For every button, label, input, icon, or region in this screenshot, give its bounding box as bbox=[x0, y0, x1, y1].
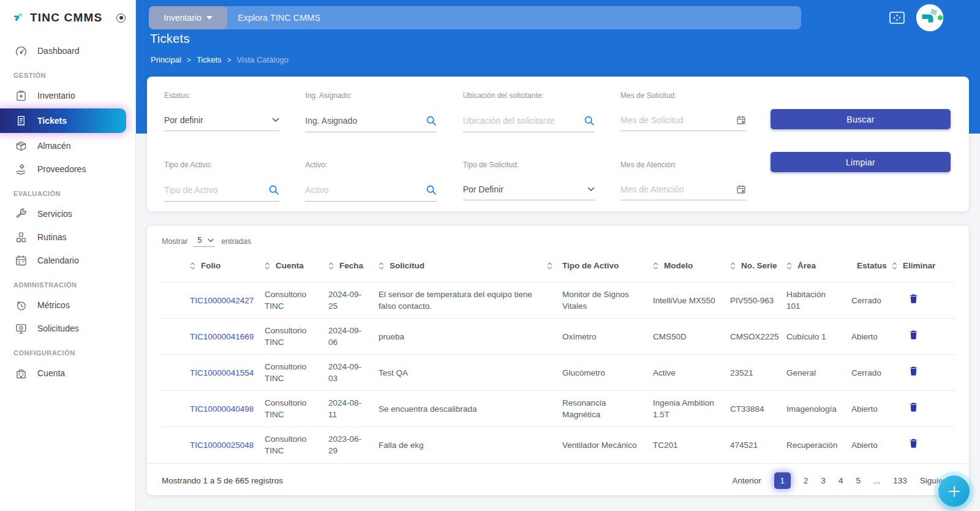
sidebar-toggle-icon[interactable] bbox=[116, 13, 126, 23]
sidebar-item-rutinas[interactable]: Rutinas bbox=[0, 225, 135, 249]
sidebar-item-calendario[interactable]: Calendario bbox=[0, 249, 135, 272]
limpiar-button[interactable]: Limpiar bbox=[771, 152, 951, 172]
col-estatus[interactable]: Estatus bbox=[846, 249, 887, 282]
plus-icon bbox=[948, 485, 961, 498]
fullscreen-icon[interactable] bbox=[889, 12, 905, 24]
delete-button[interactable] bbox=[909, 293, 918, 306]
sidebar-item-label: Calendario bbox=[37, 255, 79, 265]
pagination-page-133[interactable]: 133 bbox=[893, 476, 907, 485]
delete-button[interactable] bbox=[909, 438, 918, 450]
sidebar-item-metricos[interactable]: Métricos bbox=[0, 293, 135, 317]
add-ticket-fab[interactable] bbox=[938, 475, 970, 507]
ubicacion-input[interactable] bbox=[463, 116, 575, 126]
ing-asignado-input[interactable] bbox=[305, 116, 417, 126]
folio-link[interactable]: TIC10000040498 bbox=[190, 404, 254, 414]
tickets-table: Folio Cuenta Fecha Solicitud Tipo de Act… bbox=[160, 249, 956, 463]
col-no-serie[interactable]: No. Serie bbox=[725, 249, 782, 282]
calendar-icon[interactable] bbox=[736, 115, 746, 125]
breadcrumb-principal[interactable]: Principal bbox=[151, 55, 181, 64]
records-summary: Mostrando 1 a 5 de 665 registros bbox=[162, 476, 283, 485]
table-header-row: Folio Cuenta Fecha Solicitud Tipo de Act… bbox=[160, 249, 956, 282]
tipo-solicitud-select[interactable]: Por Definir bbox=[463, 184, 595, 200]
filter-ing-asignado: Ing. Asignado: bbox=[305, 91, 437, 143]
sort-icon bbox=[730, 262, 736, 270]
calendar-icon bbox=[15, 254, 28, 267]
pagination-page-5[interactable]: 5 bbox=[856, 476, 861, 485]
sidebar-item-proveedores[interactable]: Proveedores bbox=[0, 157, 135, 181]
folio-link[interactable]: TIC10000042427 bbox=[190, 296, 254, 305]
sidebar-item-tickets[interactable]: Tickets bbox=[0, 108, 126, 133]
col-modelo[interactable]: Modelo bbox=[648, 249, 725, 282]
filter-tipo-activo: Tipo de Activo: bbox=[164, 161, 279, 212]
module-selector[interactable]: Inventario bbox=[149, 6, 227, 29]
activo-input[interactable] bbox=[305, 185, 417, 195]
sidebar-item-almacen[interactable]: Almacén bbox=[0, 134, 135, 157]
sort-icon bbox=[892, 262, 897, 270]
sort-icon bbox=[786, 262, 792, 270]
filter-label: Ubicación del solicitante: bbox=[463, 91, 595, 100]
sidebar-item-servicios[interactable]: Servicios bbox=[0, 202, 135, 225]
delete-button[interactable] bbox=[909, 366, 918, 378]
pagination-page-2[interactable]: 2 bbox=[804, 476, 809, 485]
sort-icon bbox=[653, 262, 658, 270]
sidebar: TINC CMMS Dashboard GESTIÓN Inventario T… bbox=[0, 0, 136, 511]
gauge-icon bbox=[15, 45, 28, 58]
pagination-page-4[interactable]: 4 bbox=[839, 476, 843, 485]
global-search-input[interactable] bbox=[227, 13, 801, 23]
col-cuenta[interactable]: Cuenta bbox=[260, 249, 323, 282]
breadcrumb-tickets[interactable]: Tickets bbox=[197, 55, 222, 64]
folio-link[interactable]: TIC10000025048 bbox=[190, 441, 254, 450]
filter-label: Mes de Solicitud: bbox=[620, 91, 746, 100]
search-icon[interactable] bbox=[268, 184, 279, 195]
mes-atencion-input[interactable] bbox=[620, 184, 727, 194]
user-avatar[interactable] bbox=[916, 4, 943, 31]
pagination-ellipsis: ... bbox=[873, 476, 880, 485]
mes-solicitud-input[interactable] bbox=[620, 115, 727, 125]
col-area[interactable]: Área bbox=[782, 249, 846, 282]
folio-link[interactable]: TIC10000041669 bbox=[190, 332, 254, 341]
col-eliminar[interactable]: Eliminar bbox=[887, 249, 956, 282]
sidebar-item-label: Dashboard bbox=[37, 46, 80, 56]
delete-button[interactable] bbox=[909, 402, 918, 414]
estatus-select[interactable]: Por definir bbox=[164, 115, 279, 131]
table-row: TIC10000042427 Consultorio TINC 2024-09-… bbox=[160, 282, 956, 319]
table-row: TIC10000040498 Consultorio TINC 2024-08-… bbox=[160, 391, 956, 427]
pagination-page-3[interactable]: 3 bbox=[821, 476, 826, 485]
search-icon[interactable] bbox=[584, 115, 595, 126]
app-root: TINC CMMS Dashboard GESTIÓN Inventario T… bbox=[0, 0, 980, 511]
pagination-prev[interactable]: Anterior bbox=[733, 476, 761, 485]
sidebar-item-label: Cuenta bbox=[37, 368, 65, 378]
trash-icon bbox=[909, 402, 918, 412]
search-icon[interactable] bbox=[426, 115, 437, 126]
sidebar-item-dashboard[interactable]: Dashboard bbox=[0, 39, 135, 62]
calendar-icon[interactable] bbox=[736, 184, 746, 194]
sort-icon bbox=[190, 262, 195, 270]
filter-label: Tipo de Activo: bbox=[164, 161, 279, 169]
sidebar-item-solicitudes[interactable]: Solicitudes bbox=[0, 317, 135, 340]
requests-monitor-icon bbox=[15, 322, 28, 335]
entries-select[interactable]: 5 bbox=[194, 236, 215, 247]
col-fecha[interactable]: Fecha bbox=[323, 249, 374, 282]
package-box-icon bbox=[15, 140, 28, 153]
sidebar-item-cuenta[interactable]: Cuenta bbox=[0, 361, 135, 385]
entradas-label: entradas bbox=[221, 237, 251, 246]
col-folio[interactable]: Folio bbox=[185, 249, 260, 282]
global-search-bar: Inventario bbox=[149, 6, 801, 29]
search-icon[interactable] bbox=[426, 184, 437, 195]
tipo-activo-input[interactable] bbox=[164, 185, 262, 195]
col-status bbox=[160, 249, 185, 282]
col-solicitud[interactable]: Solicitud bbox=[374, 249, 557, 282]
delete-button[interactable] bbox=[909, 330, 918, 342]
pagination-page-1[interactable]: 1 bbox=[774, 472, 791, 489]
sidebar-item-label: Servicios bbox=[37, 209, 72, 219]
entries-control: Mostrar 5 entradas bbox=[147, 225, 969, 249]
sidebar-item-label: Tickets bbox=[37, 116, 67, 126]
nav-section-evaluacion: EVALUACIÓN bbox=[0, 181, 135, 202]
sidebar-item-inventario[interactable]: Inventario bbox=[0, 84, 135, 107]
breadcrumb-separator: > bbox=[227, 56, 232, 64]
account-building-icon bbox=[15, 367, 28, 380]
wrench-icon bbox=[15, 208, 28, 221]
folio-link[interactable]: TIC10000041554 bbox=[190, 368, 254, 377]
col-tipo-activo[interactable]: Tipo de Activo bbox=[557, 249, 648, 282]
buscar-button[interactable]: Buscar bbox=[771, 109, 951, 129]
